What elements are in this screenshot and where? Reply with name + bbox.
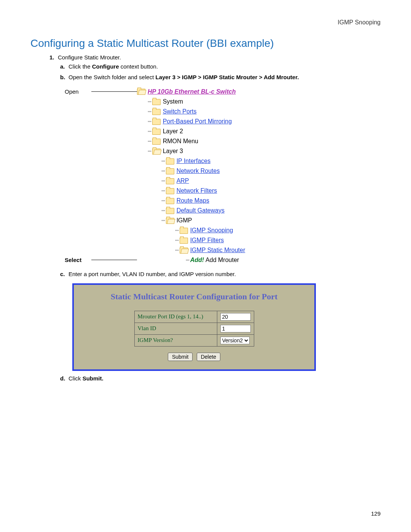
folder-icon xyxy=(166,208,174,214)
open-label: Open xyxy=(65,87,91,97)
step-1b: b.Open the Switch folder and select Laye… xyxy=(60,73,381,81)
folder-icon xyxy=(166,198,174,204)
tree-item-layer2[interactable]: Layer 2 xyxy=(163,128,183,134)
folder-icon xyxy=(166,168,174,174)
substep-text: Click the xyxy=(68,63,92,70)
substep-text: Enter a port number, VLAN ID number, and… xyxy=(68,271,236,277)
tree-root[interactable]: HP 10Gb Ethernet BL-c Switch xyxy=(148,88,236,95)
folder-icon xyxy=(166,188,174,194)
folder-icon xyxy=(166,158,174,165)
tree-item-system[interactable]: System xyxy=(163,98,183,105)
vlan-id-label: Vlan ID xyxy=(134,323,217,334)
substep-letter: b. xyxy=(60,73,68,81)
delete-button[interactable]: Delete xyxy=(197,353,220,361)
igmp-version-label: IGMP Version? xyxy=(134,334,217,346)
tree-item-default-gateways[interactable]: Default Gateways xyxy=(177,207,225,214)
folder-open-icon xyxy=(137,89,145,95)
step-1a: a.Click the Configure context button. xyxy=(60,63,381,70)
tree-item-network-routes[interactable]: Network Routes xyxy=(177,168,220,174)
page-number: 129 xyxy=(371,510,381,517)
substep-letter: d. xyxy=(60,375,68,382)
tree-item-route-maps[interactable]: Route Maps xyxy=(177,197,209,204)
tree-item-igmp-static-mrouter[interactable]: IGMP Static Mrouter xyxy=(190,247,245,253)
substep-bold: Layer 3 > IGMP > IGMP Static Mrouter > A… xyxy=(155,74,299,80)
tree-item-arp[interactable]: ARP xyxy=(177,177,189,184)
substep-letter: c. xyxy=(60,270,68,278)
submit-button[interactable]: Submit xyxy=(168,353,193,361)
tree-item-port-mirroring[interactable]: Port-Based Port Mirroring xyxy=(163,118,232,125)
step-1d: d.Click Submit. xyxy=(60,375,381,382)
vlan-id-input[interactable] xyxy=(220,325,251,332)
form-title: Static Multicast Router Configuration fo… xyxy=(74,292,314,302)
tree-item-igmp-snooping[interactable]: IGMP Snooping xyxy=(190,227,233,233)
step-number: 1. xyxy=(49,54,58,61)
substep-text: Open the Switch folder and select xyxy=(68,74,155,80)
mrouter-port-input[interactable] xyxy=(220,313,251,321)
folder-icon xyxy=(152,99,161,105)
tree-diagram: Open HP 10Gb Ethernet BL-c Switch ⋯Syste… xyxy=(65,87,381,265)
page-header: IGMP Snooping xyxy=(30,19,381,26)
tree-item-igmp[interactable]: IGMP xyxy=(177,217,192,224)
folder-icon xyxy=(152,119,161,125)
add-label[interactable]: Add! xyxy=(190,257,204,263)
substep-bold: Submit. xyxy=(83,375,104,382)
mrouter-port-label: Mrouter Port ID (egs 1, 14..) xyxy=(134,311,217,323)
folder-open-icon xyxy=(166,218,174,224)
select-label: Select xyxy=(65,255,91,265)
folder-open-icon xyxy=(180,248,188,254)
substep-bold: Configure xyxy=(92,63,119,70)
folder-icon xyxy=(180,228,188,234)
tree-item-add-mrouter[interactable]: Add Mrouter xyxy=(206,257,239,263)
substep-text: Click xyxy=(68,375,83,382)
folder-open-icon xyxy=(152,149,161,155)
config-form-panel: Static Multicast Router Configuration fo… xyxy=(72,283,316,371)
igmp-version-select[interactable]: Version2 xyxy=(220,337,250,344)
step-1c: c.Enter a port number, VLAN ID number, a… xyxy=(60,270,381,278)
step-1: 1.Configure Static Mrouter. a.Click the … xyxy=(49,54,381,382)
section-title: Configuring a Static Multicast Router (B… xyxy=(30,37,381,50)
folder-icon xyxy=(152,139,161,145)
tree-item-ip-interfaces[interactable]: IP Interfaces xyxy=(177,158,211,164)
folder-icon xyxy=(152,109,161,115)
folder-icon xyxy=(180,238,188,244)
folder-icon xyxy=(152,129,161,135)
tree-item-rmon[interactable]: RMON Menu xyxy=(163,138,198,144)
config-form-table: Mrouter Port ID (egs 1, 14..) Vlan ID IG… xyxy=(134,311,254,347)
tree-item-igmp-filters[interactable]: IGMP Filters xyxy=(190,237,224,243)
tree-item-switch-ports[interactable]: Switch Ports xyxy=(163,108,197,115)
tree-item-network-filters[interactable]: Network Filters xyxy=(177,187,217,194)
tree-item-layer3[interactable]: Layer 3 xyxy=(163,148,183,154)
step-text: Configure Static Mrouter. xyxy=(58,54,121,61)
substep-letter: a. xyxy=(60,63,68,70)
folder-icon xyxy=(166,178,174,184)
substep-text: context button. xyxy=(119,63,158,70)
